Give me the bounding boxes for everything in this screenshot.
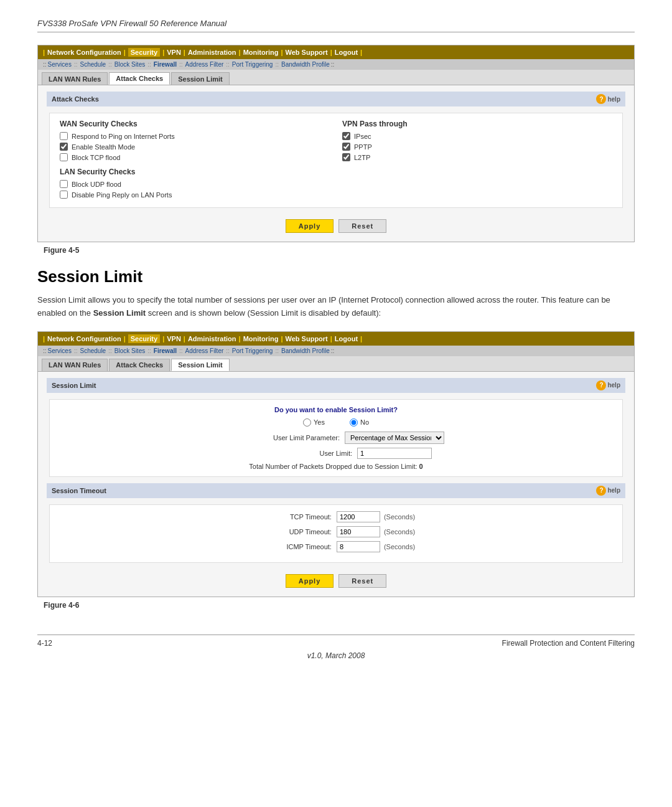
btn-row-fig6: Apply Reset <box>47 569 625 590</box>
nav-vpn-fig6[interactable]: VPN <box>167 335 181 342</box>
lan-col-title: LAN Security Checks <box>60 168 330 176</box>
nav-security-fig5[interactable]: Security <box>128 48 160 57</box>
help-label-fig5: ? help <box>596 94 620 104</box>
udp-unit: (Seconds) <box>384 528 415 536</box>
nav-security-fig6[interactable]: Security <box>128 334 160 343</box>
nav-network-config-fig5[interactable]: Network Configuration <box>47 49 121 56</box>
reset-button-fig5[interactable]: Reset <box>338 219 386 233</box>
icmp-unit: (Seconds) <box>384 543 415 550</box>
help-button-sl[interactable]: ? <box>596 380 606 390</box>
nav-admin-fig5[interactable]: Administration <box>188 49 236 56</box>
cb-ipsec[interactable] <box>342 132 350 140</box>
footer-left: 4-12 <box>37 639 52 648</box>
nav-network-config-fig6[interactable]: Network Configuration <box>47 335 121 342</box>
section-header-sl: Session Limit ? help <box>47 378 625 393</box>
body-bold: Session Limit <box>93 308 146 318</box>
tab-bar-fig5: LAN WAN Rules Attack Checks Session Limi… <box>38 70 634 85</box>
tab-bar-fig6: LAN WAN Rules Attack Checks Session Limi… <box>38 356 634 372</box>
apply-button-fig5[interactable]: Apply <box>286 219 334 233</box>
submenu-bar-fig6: :: Services :: Schedule :: Block Sites :… <box>38 346 634 356</box>
radio-no-label: No <box>350 418 369 427</box>
cb-stealth-mode[interactable] <box>60 143 68 151</box>
udp-row: UDP Timeout: (Seconds) <box>60 526 612 537</box>
dropped-row: Total Number of Packets Dropped due to S… <box>60 463 612 470</box>
radio-no[interactable] <box>350 418 358 427</box>
tab-attackchecks-fig5[interactable]: Attack Checks <box>109 72 170 85</box>
sm-firewall-fig5[interactable]: Firewall <box>154 61 177 68</box>
figure5-label: Figure 4-5 <box>44 246 635 255</box>
sm-services-fig5[interactable]: Services <box>48 61 72 68</box>
sm-addressfilter-fig6[interactable]: Address Filter <box>185 347 224 354</box>
submenu-bar-fig5: :: Services :: Schedule :: Block Sites :… <box>38 59 634 70</box>
icmp-input[interactable] <box>337 541 380 552</box>
radio-yes-label: Yes <box>303 418 325 427</box>
cb-block-udp[interactable] <box>60 180 68 188</box>
cb-ipsec-label: IPsec <box>354 133 371 140</box>
udp-input[interactable] <box>337 526 380 537</box>
udp-label: UDP Timeout: <box>257 528 332 536</box>
check-block-udp: Block UDP flood <box>60 180 330 188</box>
panel-fig5: Attack Checks ? help WAN Security Checks… <box>38 85 634 242</box>
tcp-unit: (Seconds) <box>384 513 415 521</box>
content-area-st: TCP Timeout: (Seconds) UDP Timeout: (Sec… <box>49 504 623 563</box>
tab-attackchecks-fig6[interactable]: Attack Checks <box>109 359 170 371</box>
nav-monitoring-fig6[interactable]: Monitoring <box>243 335 279 342</box>
tab-sessionlimit-fig6[interactable]: Session Limit <box>171 359 230 371</box>
check-ipsec: IPsec <box>342 132 612 140</box>
section-header-fig5: Attack Checks ? help <box>47 92 625 106</box>
nav-admin-fig6[interactable]: Administration <box>188 335 236 342</box>
check-stealth-mode: Enable Stealth Mode <box>60 143 330 151</box>
sm-bandwidthprofile-fig5[interactable]: Bandwidth Profile <box>281 61 330 68</box>
sm-schedule-fig5[interactable]: Schedule <box>80 61 106 68</box>
radio-row: Yes No <box>60 418 612 427</box>
vpn-col: VPN Pass through IPsec PPTP L2TP <box>342 120 612 201</box>
sm-services-fig6[interactable]: Services <box>48 347 72 354</box>
sm-blocksites-fig5[interactable]: Block Sites <box>114 61 145 68</box>
two-col-fig5: WAN Security Checks Respond to Ping on I… <box>60 120 612 201</box>
cb-l2tp-label: L2TP <box>354 154 370 161</box>
sm-addressfilter-fig5[interactable]: Address Filter <box>185 61 224 68</box>
cb-block-udp-label: Block UDP flood <box>72 181 121 188</box>
cb-l2tp[interactable] <box>342 153 350 161</box>
help-label-sl: ? help <box>596 380 620 390</box>
btn-row-fig5: Apply Reset <box>47 214 625 235</box>
section-title-main: Session Limit <box>37 267 635 286</box>
figure6-container: | Network Configuration | Security | VPN… <box>37 331 635 597</box>
cb-disable-ping-lan[interactable] <box>60 191 68 199</box>
tcp-input[interactable] <box>337 511 380 522</box>
tcp-row: TCP Timeout: (Seconds) <box>60 511 612 522</box>
radio-yes[interactable] <box>303 418 311 427</box>
user-limit-input[interactable] <box>357 448 432 459</box>
sm-porttriggering-fig6[interactable]: Port Triggering <box>232 347 273 354</box>
doc-title: FVS338 ProSafe VPN Firewall 50 Reference… <box>37 19 635 28</box>
tab-sessionlimit-fig5[interactable]: Session Limit <box>171 72 230 85</box>
sm-firewall-fig6[interactable]: Firewall <box>154 347 177 354</box>
wan-col-title: WAN Security Checks <box>60 120 330 128</box>
cb-disable-ping-lan-label: Disable Ping Reply on LAN Ports <box>72 191 172 199</box>
user-limit-param-select[interactable]: Percentage of Max Sessions <box>345 432 444 444</box>
nav-logout-fig6[interactable]: Logout <box>335 335 358 342</box>
help-button-fig5[interactable]: ? <box>596 94 606 104</box>
sm-schedule-fig6[interactable]: Schedule <box>80 347 106 354</box>
reset-button-fig6[interactable]: Reset <box>338 574 386 588</box>
cb-block-tcp-label: Block TCP flood <box>72 154 120 161</box>
cb-pptp[interactable] <box>342 143 350 151</box>
cb-respond-ping-label: Respond to Ping on Internet Ports <box>72 133 175 140</box>
nav-vpn-fig5[interactable]: VPN <box>167 49 181 56</box>
nav-monitoring-fig5[interactable]: Monitoring <box>243 49 279 56</box>
sm-porttriggering-fig5[interactable]: Port Triggering <box>232 61 273 68</box>
dropped-value: 0 <box>419 463 423 470</box>
cb-block-tcp[interactable] <box>60 153 68 161</box>
nav-logout-fig5[interactable]: Logout <box>335 49 358 56</box>
nav-bar-fig6: | Network Configuration | Security | VPN… <box>38 332 634 346</box>
apply-button-fig6[interactable]: Apply <box>286 574 334 588</box>
nav-websupport-fig5[interactable]: Web Support <box>286 49 328 56</box>
help-button-st[interactable]: ? <box>596 486 606 496</box>
cb-respond-ping[interactable] <box>60 132 68 140</box>
nav-websupport-fig6[interactable]: Web Support <box>286 335 328 342</box>
tab-lanwan-fig6[interactable]: LAN WAN Rules <box>42 359 108 371</box>
check-l2tp: L2TP <box>342 153 612 161</box>
sm-bandwidthprofile-fig6[interactable]: Bandwidth Profile <box>281 347 330 354</box>
tab-lanwan-fig5[interactable]: LAN WAN Rules <box>42 72 108 85</box>
sm-blocksites-fig6[interactable]: Block Sites <box>114 347 145 354</box>
